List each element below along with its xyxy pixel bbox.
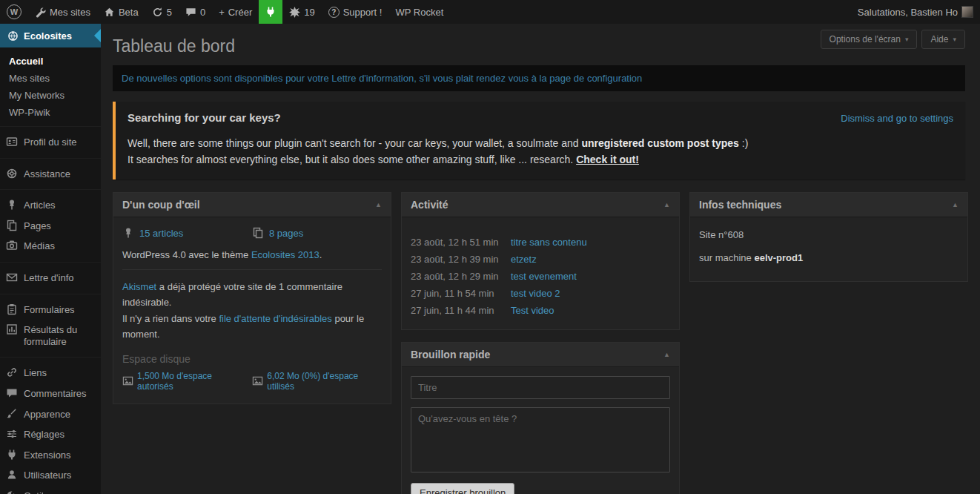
machine-line: sur machine eelv-prod1 bbox=[699, 249, 959, 272]
quick-draft-widget-header[interactable]: Brouillon rapide ▲ bbox=[402, 343, 679, 367]
sidebar-item-mes-sites[interactable]: Mes sites bbox=[0, 70, 101, 87]
draft-content-textarea[interactable] bbox=[411, 407, 670, 472]
check-it-out-link[interactable]: Check it out! bbox=[576, 154, 639, 165]
notifications-button[interactable]: 19 bbox=[282, 0, 321, 24]
sidebar-item-label: Assistance bbox=[24, 168, 95, 180]
wrench-icon bbox=[35, 7, 46, 18]
collapse-icon[interactable]: ▲ bbox=[952, 201, 959, 208]
disk-space-title: Espace disque bbox=[122, 353, 382, 365]
wordpress-version-line: WordPress 4.0 avec le thème Ecolosites 2… bbox=[122, 246, 382, 270]
sidebar-item-label: Articles bbox=[24, 200, 95, 211]
sidebar-item-utilisateurs[interactable]: Utilisateurs bbox=[0, 465, 101, 486]
akismet-text: Il n'y a rien dans votre bbox=[122, 313, 219, 324]
sidebar-item-formulaires[interactable]: Formulaires bbox=[0, 300, 101, 320]
activity-post-link[interactable]: Test video bbox=[511, 305, 554, 316]
newsletter-update-link[interactable]: De nouvelles options sont disponibles po… bbox=[122, 73, 642, 84]
activity-row: 23 août, 12 h 39 min etzetz bbox=[402, 251, 679, 268]
comments-button[interactable]: 0 bbox=[179, 0, 212, 24]
glance-widget: D'un coup d'œil ▲ 15 articles 8 pages bbox=[113, 192, 391, 404]
activity-row: 27 juin, 11 h 44 min Test video bbox=[402, 302, 679, 319]
quick-draft-widget: Brouillon rapide ▲ Enregistrer brouillon bbox=[401, 342, 680, 494]
plugin-green-button[interactable] bbox=[259, 0, 282, 24]
sidebar-item-liens[interactable]: Liens bbox=[0, 363, 101, 383]
activity-post-link[interactable]: test video 2 bbox=[511, 288, 560, 299]
sidebar-item-lettre-dinfo[interactable]: Lettre d'info bbox=[0, 268, 101, 289]
version-text: . bbox=[320, 249, 322, 260]
my-sites-menu[interactable]: Mes sites bbox=[28, 0, 97, 24]
sidebar-item-resultats-formulaire[interactable]: Résultats du formulaire bbox=[0, 320, 101, 352]
posts-count-link[interactable]: 15 articles bbox=[139, 228, 183, 239]
sidebar-item-profil-du-site[interactable]: Profil du site bbox=[0, 132, 101, 153]
glance-widget-header[interactable]: D'un coup d'œil ▲ bbox=[113, 193, 391, 217]
pushpin-icon bbox=[122, 227, 134, 239]
support-label: Support ! bbox=[343, 7, 383, 18]
header-buttons: Options de l'écran ▾ Aide ▾ bbox=[821, 30, 965, 49]
activity-date: 23 août, 12 h 39 min bbox=[411, 254, 511, 265]
dismiss-settings-link[interactable]: Dismiss and go to settings bbox=[841, 113, 953, 124]
sidebar-group-forms: Formulaires Résultats du formulaire bbox=[0, 294, 101, 358]
sidebar-item-accueil[interactable]: Accueil bbox=[0, 53, 101, 70]
pages-count-link[interactable]: 8 pages bbox=[269, 228, 303, 239]
wp-logo-button[interactable]: W bbox=[0, 0, 28, 24]
sidebar-item-label: Médias bbox=[24, 240, 95, 252]
activity-date: 23 août, 12 h 29 min bbox=[411, 271, 511, 282]
sidebar-item-pages[interactable]: Pages bbox=[0, 216, 101, 237]
admin-bar-left: W Mes sites Beta 5 0 + Créer 19 bbox=[0, 0, 450, 24]
new-content-button[interactable]: + Créer bbox=[212, 0, 259, 24]
collapse-icon[interactable]: ▲ bbox=[663, 351, 670, 358]
sidebar-group-content: Articles Pages Médias bbox=[0, 189, 101, 262]
posts-stat: 15 articles bbox=[122, 228, 252, 239]
sidebar-item-label: Commentaires bbox=[24, 388, 95, 400]
activity-post-link[interactable]: etzetz bbox=[511, 254, 537, 265]
sidebar-item-my-networks[interactable]: My Networks bbox=[0, 87, 101, 104]
updates-count: 5 bbox=[167, 7, 172, 18]
activity-post-link[interactable]: test evenement bbox=[511, 271, 577, 282]
wp-rocket-menu[interactable]: WP Rocket bbox=[388, 0, 450, 24]
sidebar-item-ecolosites[interactable]: Ecolosites bbox=[0, 24, 101, 47]
sidebar-item-reglages[interactable]: Réglages bbox=[0, 424, 101, 445]
account-menu[interactable]: Salutations, Bastien Ho bbox=[851, 0, 980, 24]
activity-post-link[interactable]: titre sans contenu bbox=[511, 237, 587, 248]
page-header: Tableau de bord Options de l'écran ▾ Aid… bbox=[101, 24, 980, 56]
glance-stats: 15 articles 8 pages bbox=[122, 226, 382, 246]
home-icon bbox=[104, 7, 115, 18]
pushpin-icon bbox=[6, 199, 18, 211]
save-draft-button[interactable]: Enregistrer brouillon bbox=[411, 483, 514, 494]
screen-options-button[interactable]: Options de l'écran ▾ bbox=[821, 30, 918, 49]
sidebar-item-extensions[interactable]: Extensions bbox=[0, 445, 101, 466]
disk-allowed-link[interactable]: 1,500 Mo d'espace autorisés bbox=[137, 371, 245, 392]
screen-options-label: Options de l'écran bbox=[830, 34, 901, 45]
draft-title-input[interactable] bbox=[411, 376, 670, 399]
site-name-menu[interactable]: Beta bbox=[97, 0, 145, 24]
sidebar-item-label: Formulaires bbox=[24, 304, 95, 316]
sidebar-item-label: Réglages bbox=[24, 429, 95, 441]
comments-count: 0 bbox=[200, 7, 205, 18]
sidebar-item-medias[interactable]: Médias bbox=[0, 236, 101, 257]
page-title: Tableau de bord bbox=[113, 30, 235, 56]
sidebar-item-outils[interactable]: Outils bbox=[0, 486, 101, 494]
machine-name: eelv-prod1 bbox=[754, 252, 803, 263]
activity-widget-header[interactable]: Activité ▲ bbox=[402, 193, 679, 217]
sidebar-item-commentaires[interactable]: Commentaires bbox=[0, 383, 101, 404]
collapse-icon[interactable]: ▲ bbox=[375, 201, 382, 208]
version-text: WordPress 4.0 avec le thème bbox=[122, 249, 251, 260]
admin-bar-right: Salutations, Bastien Ho bbox=[851, 0, 980, 24]
sidebar-item-articles[interactable]: Articles bbox=[0, 195, 101, 216]
tech-info-widget-header[interactable]: Infos techniques ▲ bbox=[690, 193, 967, 217]
help-button[interactable]: Aide ▾ bbox=[921, 30, 965, 49]
sidebar-item-assistance[interactable]: Assistance bbox=[0, 164, 101, 185]
sidebar-item-wp-piwik[interactable]: WP-Piwik bbox=[0, 104, 101, 121]
sidebar-item-apparence[interactable]: Apparence bbox=[0, 404, 101, 425]
collapse-icon[interactable]: ▲ bbox=[663, 201, 670, 208]
activity-date: 27 juin, 11 h 44 min bbox=[411, 305, 511, 316]
theme-link[interactable]: Ecolosites 2013 bbox=[251, 249, 320, 260]
spam-queue-link[interactable]: file d'attente d'indésirables bbox=[219, 313, 331, 324]
disk-used-link[interactable]: 6,02 Mo (0%) d'espace utilisés bbox=[267, 371, 382, 392]
quick-draft-widget-body: Enregistrer brouillon bbox=[402, 367, 679, 494]
notice-text: :) bbox=[739, 137, 748, 149]
updates-button[interactable]: 5 bbox=[145, 0, 179, 24]
sidebar-group-assistance: Assistance bbox=[0, 158, 101, 190]
akismet-link[interactable]: Akismet bbox=[122, 281, 156, 292]
disk-allowed-stat: 1,500 Mo d'espace autorisés bbox=[122, 371, 245, 392]
support-button[interactable]: ? Support ! bbox=[322, 0, 389, 24]
